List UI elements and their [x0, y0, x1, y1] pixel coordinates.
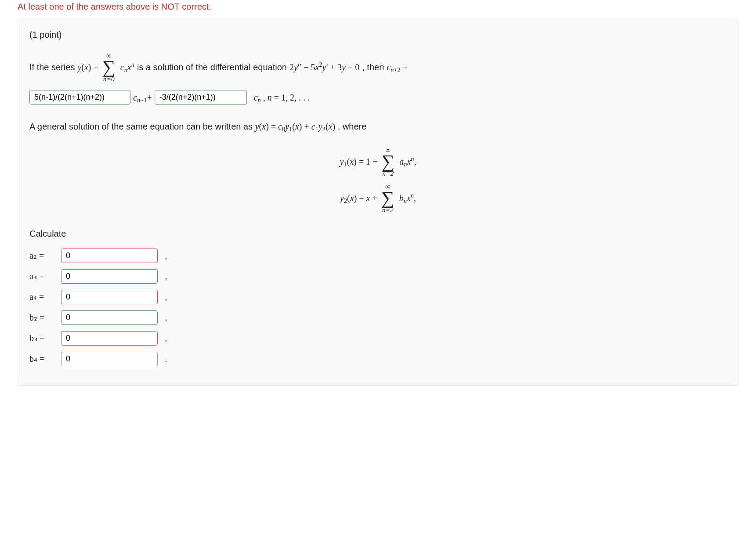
- sum-sigma-y1: ∞ ∑ n=2: [381, 147, 394, 177]
- answer-label: b₃ =: [29, 333, 57, 343]
- between-inputs: cn−1+: [133, 89, 152, 106]
- intro-then: , then: [362, 58, 384, 76]
- sum-sigma-1: ∞ ∑ n=0: [102, 52, 116, 83]
- recurrence-input-2[interactable]: [155, 90, 247, 105]
- answer-terminator: ,: [165, 313, 167, 323]
- answer-input[interactable]: [61, 269, 158, 284]
- answer-input[interactable]: [61, 352, 158, 366]
- answer-input[interactable]: [61, 310, 158, 325]
- answer-terminator: ,: [165, 292, 167, 302]
- answer-label: a₄ =: [29, 292, 57, 302]
- answer-label: a₃ =: [29, 271, 57, 281]
- recurrence-tail: cn , n = 1, 2, . . .: [254, 89, 310, 106]
- intro-prefix: If the series: [29, 58, 75, 76]
- answer-terminator: ,: [165, 271, 167, 281]
- answer-terminator: ,: [165, 251, 167, 261]
- answer-terminator: .: [165, 354, 167, 364]
- answer-label: a₂ =: [29, 250, 57, 261]
- general-solution-text: A general solution of the same equation …: [29, 118, 727, 135]
- answer-row: b₂ =,: [29, 310, 727, 325]
- answer-input[interactable]: [61, 290, 158, 304]
- problem-container: (1 point) If the series y(x) = ∞ ∑ n=0 c…: [18, 20, 738, 386]
- recurrence-inputs-line: cn−1+ cn , n = 1, 2, . . .: [29, 89, 727, 106]
- answer-row: b₄ =.: [29, 352, 727, 366]
- recurrence-input-1[interactable]: [29, 90, 130, 105]
- answer-row: a₄ =,: [29, 290, 727, 304]
- y1-y2-definitions: y1(x) = 1 + ∞ ∑ n=2 anxn, y2(x) = x + ∞ …: [29, 147, 727, 213]
- answer-input[interactable]: [61, 249, 158, 263]
- ode-equation: 2y″ − 5x2y′ + 3y = 0: [289, 58, 359, 76]
- intro-mid: is a solution of the differential equati…: [137, 58, 287, 76]
- answer-rows: a₂ =,a₃ =,a₄ =,b₂ =,b₃ =,b₄ =.: [29, 249, 727, 366]
- error-message: At least one of the answers above is NOT…: [18, 0, 738, 20]
- recurrence-line: If the series y(x) = ∞ ∑ n=0 cnxn is a s…: [29, 52, 727, 83]
- answer-input[interactable]: [61, 331, 158, 346]
- answer-label: b₄ =: [29, 353, 57, 364]
- answer-row: b₃ =,: [29, 331, 727, 346]
- answer-row: a₂ =,: [29, 249, 727, 263]
- points-label: (1 point): [29, 30, 727, 40]
- sum-sigma-y2: ∞ ∑ n=2: [381, 183, 394, 213]
- answer-terminator: ,: [165, 333, 167, 343]
- cnp2-label: cn+2 =: [387, 58, 408, 76]
- calculate-label: Calculate: [29, 225, 727, 242]
- answer-row: a₃ =,: [29, 269, 727, 284]
- answer-label: b₂ =: [29, 312, 57, 323]
